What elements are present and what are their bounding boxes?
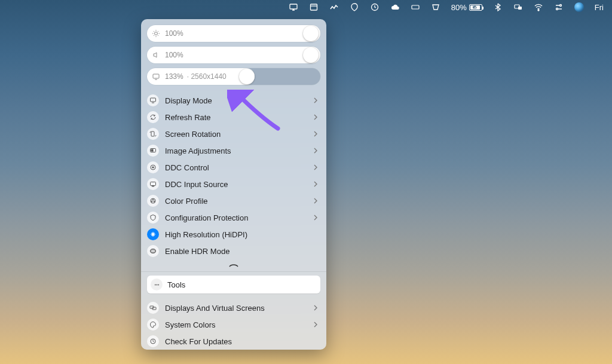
siri-icon[interactable] [574,2,584,12]
svg-point-23 [154,201,155,202]
menu-item-refresh-rate[interactable]: Refresh Rate [141,109,326,126]
chevron-right-icon [313,96,318,105]
hdr-icon [147,245,159,257]
chevron-right-icon [313,130,318,139]
tools-label: Tools [167,280,185,289]
svg-point-29 [158,284,159,285]
menu-item-image-adjustments[interactable]: Image Adjustments [141,142,326,159]
system-colors-icon [147,319,159,331]
sync-icon[interactable] [370,2,380,12]
display-menubar-icon[interactable] [289,2,298,12]
battery-status[interactable]: 80% II [451,3,482,12]
refresh-rate-icon [147,111,159,123]
menu-label: DDC Input Source [165,180,313,189]
input-source-icon [147,178,159,190]
brightness-slider[interactable]: 100% [147,25,320,42]
display-arrangement-icon[interactable] [513,2,523,12]
rotation-icon [147,128,159,140]
battery-percent-label: 80% [451,3,467,12]
menu-item-configuration-protection[interactable]: Configuration Protection [141,209,326,226]
menu-label: Configuration Protection [165,213,313,222]
menu-item-check-for-updates[interactable]: Check For Updates [141,333,326,350]
menu-item-hidpi[interactable]: High Resolution (HiDPI) [141,226,326,243]
graph-icon[interactable] [329,2,339,12]
vpn-icon[interactable] [350,2,359,12]
calendar-icon[interactable] [309,2,319,12]
displays-icon [147,302,159,314]
svg-point-19 [152,186,152,186]
menu-item-display-mode[interactable]: Display Mode [141,92,326,109]
menu-label: Display Mode [165,96,313,105]
menu-item-ddc-control[interactable]: DDC Control [141,159,326,176]
wifi-icon[interactable] [534,2,543,12]
menu-label: Enable HDR Mode [165,247,318,256]
ddc-control-icon [147,161,159,173]
updates-icon [147,335,159,347]
svg-point-7 [538,10,539,11]
collapse-toggle[interactable] [141,262,326,271]
volume-value: 100% [165,51,183,59]
svg-rect-0 [290,4,297,9]
svg-rect-15 [151,149,154,152]
slider-thumb[interactable] [303,47,319,63]
svg-point-25 [151,250,156,252]
menu-item-color-profile[interactable]: Color Profile [141,192,326,209]
menu-item-hdr-mode[interactable]: Enable HDR Mode [141,243,326,259]
menu-item-screen-rotation[interactable]: Screen Rotation [141,126,326,142]
date-label[interactable]: Fri [595,3,604,12]
menu-item-displays-virtual-screens[interactable]: Displays And Virtual Screens [141,299,326,316]
svg-rect-6 [518,7,522,10]
menu-label: Check For Updates [165,337,318,346]
bluetooth-icon[interactable] [493,2,503,12]
volume-slider[interactable]: 100% [147,47,320,63]
svg-point-22 [152,199,154,200]
svg-point-8 [559,5,561,7]
slider-thumb[interactable] [239,69,255,84]
chevron-right-icon [313,197,318,206]
menu-label: Screen Rotation [165,130,313,139]
display-control-panel: 100% 100% 133% · 2560x1440 Display Mode … [141,19,326,350]
svg-rect-12 [151,98,156,102]
brightness-value: 100% [165,29,183,38]
chevron-right-icon [313,304,318,313]
color-profile-icon [147,195,159,207]
resolution-scale-slider[interactable]: 133% · 2560x1440 [147,68,320,85]
menu-item-ddc-input-source[interactable]: DDC Input Source [141,176,326,192]
svg-rect-1 [310,4,317,10]
main-menu-list: Display Mode Refresh Rate Screen Rotatio… [141,90,326,262]
tools-section-header[interactable]: Tools [147,276,320,293]
scale-resolution: · 2560x1440 [187,72,227,81]
tools-menu-list: Displays And Virtual Screens System Colo… [141,297,326,350]
menu-label: System Colors [165,320,313,329]
chevron-right-icon [313,213,318,222]
adjustments-icon [147,145,159,157]
volume-icon [152,51,161,59]
chevron-right-icon [313,320,318,329]
menu-label: Image Adjustments [165,146,313,155]
chevron-right-icon [313,113,318,122]
svg-point-27 [154,284,155,285]
control-center-icon[interactable] [554,2,564,12]
chevron-right-icon [313,146,318,155]
chevron-right-icon [313,180,318,189]
menu-item-system-colors[interactable]: System Colors [141,316,326,333]
menu-label: High Resolution (HiDPI) [165,230,318,239]
menu-label: Displays And Virtual Screens [165,304,313,313]
display-mode-icon [147,94,159,106]
svg-point-28 [156,284,157,285]
slider-thumb[interactable] [303,26,319,41]
scale-value: 133% [165,72,183,81]
brightness-icon [152,29,161,38]
hidpi-icon [147,228,159,240]
keyboard-icon[interactable] [411,2,420,12]
ellipsis-icon [151,279,163,290]
cloud-icon[interactable] [390,2,400,12]
airdrop-icon[interactable] [431,2,440,12]
svg-point-20 [153,186,154,186]
menu-label: DDC Control [165,163,313,172]
monitor-icon [152,72,161,81]
svg-rect-13 [151,131,154,136]
battery-icon: II [469,4,482,11]
svg-point-10 [155,32,158,35]
svg-rect-3 [412,5,419,9]
